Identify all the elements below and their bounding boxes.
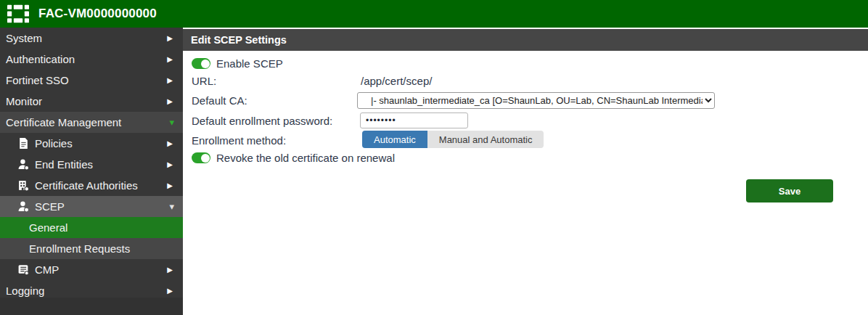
enrollment-method-label: Enrollment method: [192,134,286,147]
chevron-right-icon: ▶ [167,97,173,105]
enrollment-password-label: Default enrollment password: [192,115,332,127]
toggle-knob [201,154,210,163]
chevron-right-icon: ▶ [167,266,173,274]
default-ca-select[interactable]: |- shaunlab_intermediate_ca [O=ShaunLab,… [357,92,715,109]
sidebar-item-certificate-management[interactable]: Certificate Management ▾ [0,112,183,133]
app-window: FAC-VM0000000000 System ▶ Authentication… [0,0,868,315]
toggle-knob [201,60,210,68]
building-icon [17,179,30,192]
user-icon [17,158,30,171]
fortinet-logo-icon [7,4,29,23]
sidebar-item-authentication[interactable]: Authentication ▶ [0,49,183,70]
chevron-right-icon: ▶ [167,55,173,63]
method-option-automatic[interactable]: Automatic [362,131,427,148]
revoke-row: Revoke the old certificate on renewal [192,152,395,164]
default-ca-label: Default CA: [192,94,247,107]
user-badge-icon [17,200,30,213]
revoke-label: Revoke the old certificate on renewal [216,152,395,164]
save-button[interactable]: Save [746,179,833,202]
device-hostname: FAC-VM0000000000 [38,7,157,21]
section-header: Edit SCEP Settings [183,29,868,51]
sidebar-item-general[interactable]: General [0,217,183,238]
top-bar: FAC-VM0000000000 [0,0,868,28]
url-label: URL: [192,75,216,87]
chevron-right-icon: ▶ [167,76,173,84]
chevron-right-icon: ▶ [167,160,173,168]
enable-scep-toggle[interactable] [192,58,210,69]
sidebar-item-scep[interactable]: SCEP ▾ [0,196,183,217]
sidebar-nav: System ▶ Authentication ▶ Fortinet SSO ▶… [0,28,183,315]
sidebar-item-fortinet-sso[interactable]: Fortinet SSO ▶ [0,70,183,91]
document-icon [17,137,30,150]
chevron-right-icon: ▶ [167,287,173,295]
enrollment-method-segmented: Automatic Manual and Automatic [362,131,544,148]
caret-down-icon: ▾ [169,201,174,212]
url-value: /app/cert/scep/ [361,75,432,87]
revoke-toggle[interactable] [192,152,210,163]
sidebar-item-certificate-authorities[interactable]: Certificate Authorities ▶ [0,175,183,196]
page-title: Edit SCEP Settings [191,34,287,46]
enable-scep-row: Enable SCEP [192,57,283,70]
chevron-right-icon: ▶ [167,139,173,147]
sidebar-item-policies[interactable]: Policies ▶ [0,133,183,154]
method-option-manual-and-automatic[interactable]: Manual and Automatic [427,131,544,148]
enrollment-password-input[interactable] [360,112,468,128]
main-content: Edit SCEP Settings Enable SCEP URL: /app… [183,28,868,315]
list-icon [17,263,30,276]
caret-down-icon: ▾ [169,117,174,128]
sidebar-item-cmp[interactable]: CMP ▶ [0,259,183,280]
enable-scep-label: Enable SCEP [216,57,283,70]
chevron-right-icon: ▶ [167,34,173,42]
sidebar-item-enrollment-requests[interactable]: Enrollment Requests [0,238,183,259]
chevron-right-icon: ▶ [167,181,173,189]
sidebar-item-system[interactable]: System ▶ [0,28,183,49]
sidebar-item-end-entities[interactable]: End Entities ▶ [0,154,183,175]
sidebar-footer-spacer [0,298,183,315]
sidebar-item-monitor[interactable]: Monitor ▶ [0,91,183,112]
